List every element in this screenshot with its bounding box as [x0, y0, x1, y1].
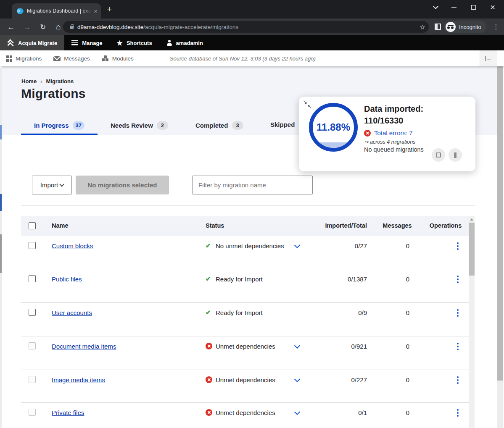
breadcrumb-home-link[interactable]: Home	[21, 78, 37, 84]
status-chevron-icon[interactable]	[294, 376, 300, 382]
tab-skipped-label: Skipped	[270, 121, 295, 128]
row-checkbox[interactable]	[29, 242, 36, 249]
row-checkbox[interactable]	[29, 275, 36, 282]
check-icon: ✔	[206, 309, 211, 316]
window-close-button[interactable]: ×	[484, 0, 501, 14]
migration-name-link[interactable]: Document media items	[52, 343, 116, 350]
tab-needs-review-count: 2	[157, 121, 168, 130]
pause-icon	[454, 152, 457, 158]
table-scrollbar[interactable]	[469, 216, 475, 428]
window-minimize-button[interactable]	[446, 0, 462, 14]
migration-name-link[interactable]: Private files	[52, 409, 84, 416]
status-chevron-icon[interactable]	[294, 343, 300, 349]
check-icon: ✔	[206, 242, 211, 249]
total-errors-link[interactable]: Total errors: 7	[374, 129, 413, 137]
status-chevron-icon[interactable]	[294, 242, 300, 248]
imported-total-value: 0/1387	[304, 276, 367, 283]
resize-arrow-icon[interactable]: ↘	[303, 99, 307, 105]
screen: Migrations Dashboard | example × + × ← →…	[0, 0, 504, 428]
source-database-note: Source database of Sun Nov 12, 3:03 (3 d…	[170, 55, 316, 62]
status-chevron-icon[interactable]	[294, 409, 300, 415]
tab-completed[interactable]: Completed 3	[195, 121, 243, 130]
new-tab-button[interactable]: +	[107, 4, 112, 14]
migrations-table: Name Status Imported/Total Messages Oper…	[21, 216, 475, 428]
breadcrumb-current-link[interactable]: Migrations	[46, 78, 74, 84]
tab-in-progress[interactable]: In Progress 37	[34, 121, 84, 130]
table-row: Custom blocks ✔ No unmet dependencies 0/…	[21, 236, 469, 269]
admin-item-shortcuts[interactable]: ★ Shortcuts	[110, 35, 159, 50]
operations-menu-icon[interactable]	[454, 242, 462, 250]
header-imported-total: Imported/Total	[304, 222, 367, 229]
migration-name-link[interactable]: Public files	[52, 276, 82, 283]
back-icon[interactable]: ←	[5, 21, 17, 33]
page-scrollbar[interactable]	[497, 50, 503, 428]
operations-menu-icon[interactable]	[454, 342, 462, 351]
operations-menu-icon[interactable]	[454, 275, 462, 284]
header-operations: Operations	[429, 222, 462, 229]
window-chevron-icon[interactable]	[427, 0, 444, 14]
url-bar[interactable]: d9ama-ddevblog.ddev.site/acquia-migrate-…	[63, 21, 429, 33]
operations-menu-icon[interactable]	[454, 376, 462, 384]
admin-item-acquia-migrate[interactable]: Acquia Migrate	[0, 35, 64, 50]
tray-toolbar: Migrations Messages Modules Source datab…	[0, 50, 504, 66]
migration-name-link[interactable]: User accounts	[52, 309, 92, 316]
forward-icon: →	[21, 21, 33, 33]
error-icon	[364, 130, 371, 137]
admin-item-manage[interactable]: Manage	[64, 35, 109, 50]
tray-item-messages[interactable]: Messages	[47, 55, 96, 62]
imported-total-value: 0/9	[304, 309, 367, 316]
operations-menu-icon[interactable]	[454, 409, 462, 417]
select-all-checkbox[interactable]	[29, 222, 36, 229]
admin-item-user[interactable]: amadamin	[159, 35, 210, 50]
reload-icon[interactable]: ↻	[37, 21, 49, 33]
tab-needs-review[interactable]: Needs Review 2	[111, 121, 168, 130]
home-icon[interactable]: ⌂	[53, 21, 64, 33]
scrollbar-up-arrow[interactable]	[469, 216, 475, 223]
username-label: amadamin	[176, 40, 203, 46]
error-icon	[206, 343, 212, 349]
status-text: Unmet dependencies	[216, 343, 275, 350]
page-scrollbar-thumb[interactable]	[497, 53, 503, 381]
row-checkbox-disabled	[29, 376, 36, 383]
filter-input[interactable]	[192, 176, 313, 194]
messages-count: 0	[395, 409, 420, 416]
side-panel-icon[interactable]	[435, 24, 441, 30]
pause-button[interactable]	[449, 148, 462, 162]
tab-in-progress-label: In Progress	[34, 122, 69, 129]
table-row: Image media items Unmet dependencies 0/2…	[21, 370, 469, 402]
resize-arrow-icon[interactable]: ↖	[307, 103, 312, 110]
incognito-badge: Incognito	[444, 21, 486, 33]
progress-percent: 11.88%	[317, 121, 350, 133]
import-dropdown-button[interactable]: Import	[32, 176, 72, 194]
envelope-icon	[53, 56, 61, 61]
table-scrollbar-thumb[interactable]	[469, 223, 475, 276]
browser-tab[interactable]: Migrations Dashboard | example ×	[12, 3, 101, 18]
tray-item-modules[interactable]: Modules	[96, 55, 140, 62]
migration-name-link[interactable]: Custom blocks	[52, 242, 93, 249]
background-window-sliver	[0, 66, 2, 428]
import-progress-card[interactable]: ↘ ↖ 11.88% Data imported: 110/16330 Tota…	[299, 97, 475, 171]
tab-skipped[interactable]: Skipped	[270, 121, 295, 128]
bookmark-star-icon[interactable]: ☆	[417, 21, 428, 33]
table-header-row: Name Status Imported/Total Messages Oper…	[21, 216, 469, 236]
operations-menu-icon[interactable]	[454, 309, 462, 317]
incognito-label: Incognito	[459, 24, 481, 30]
collapse-arrow-icon: ←	[486, 55, 492, 61]
window-maximize-button[interactable]	[465, 0, 482, 14]
migration-name-link[interactable]: Image media items	[52, 376, 105, 383]
tab-close-icon[interactable]: ×	[94, 8, 98, 15]
page-title: Migrations	[21, 87, 86, 101]
status-text: Unmet dependencies	[216, 376, 275, 383]
imported-total-value: 0/1	[304, 409, 367, 416]
tray-item-migrations[interactable]: Migrations	[0, 55, 47, 62]
data-imported-heading: Data imported:	[364, 104, 423, 114]
tray-collapse-button[interactable]: ←	[480, 50, 497, 66]
lock-icon	[70, 26, 74, 29]
table-row: Document media items Unmet dependencies …	[21, 336, 469, 370]
stop-button[interactable]	[432, 148, 445, 162]
row-checkbox[interactable]	[29, 309, 36, 316]
browser-menu-icon[interactable]: ⋮	[492, 21, 500, 33]
breadcrumb: Home›Migrations	[21, 78, 74, 84]
header-status: Status	[206, 222, 224, 229]
error-icon	[206, 376, 212, 383]
